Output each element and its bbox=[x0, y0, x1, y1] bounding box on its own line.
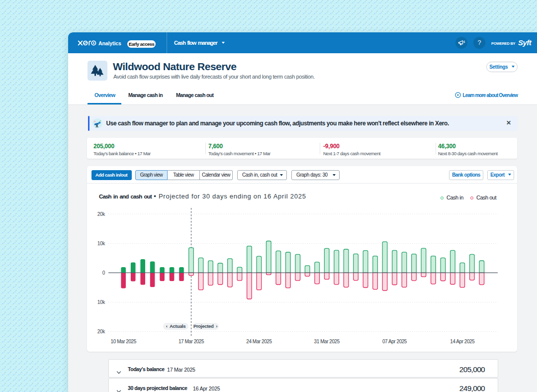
svg-text:20k: 20k bbox=[97, 329, 106, 334]
svg-text:10 Mar 2025: 10 Mar 2025 bbox=[111, 339, 137, 344]
svg-text:31 Mar 2025: 31 Mar 2025 bbox=[314, 339, 340, 344]
svg-text:10k: 10k bbox=[97, 241, 106, 246]
svg-text:17 Mar 2025: 17 Mar 2025 bbox=[179, 339, 204, 344]
svg-text:07 Apr 2025: 07 Apr 2025 bbox=[382, 339, 407, 344]
svg-text:10k: 10k bbox=[97, 299, 106, 305]
svg-text:20k: 20k bbox=[97, 211, 106, 217]
svg-text:24 Mar 2025: 24 Mar 2025 bbox=[246, 339, 272, 344]
svg-text:0: 0 bbox=[102, 270, 105, 276]
svg-text:14 Apr 2025: 14 Apr 2025 bbox=[450, 339, 475, 344]
